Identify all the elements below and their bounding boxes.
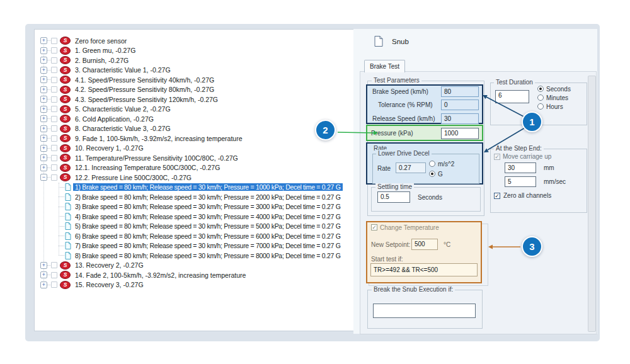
rate-unit-ms2-radio[interactable] <box>429 161 435 167</box>
tree-step-item[interactable]: +S14. Fade 2, 100-5km/h, -3.92m/s2, incr… <box>35 270 353 280</box>
tree-item-label[interactable]: 15. Recovery 3, -0.27G <box>73 281 146 288</box>
carriage-distance-field[interactable]: 30 <box>505 162 536 173</box>
tree-item-checkbox[interactable] <box>51 38 57 44</box>
tree-item-label[interactable]: 3. Characteristic Value 1, -0.27G <box>73 66 173 74</box>
expand-toggle-icon[interactable]: + <box>40 37 47 44</box>
settling-time-field[interactable]: 0.5 <box>377 191 410 203</box>
tree-item-checkbox[interactable] <box>51 145 57 151</box>
tree-item-label[interactable]: 4.1. Speed/Pressure Sensitivity 40km/h, … <box>73 76 216 84</box>
test-duration-field[interactable]: 6 <box>495 90 529 103</box>
tree-item-label[interactable]: 1) Brake speed = 80 km/h; Release speed … <box>73 183 343 191</box>
zero-channels-checkbox[interactable]: ✓ <box>494 193 500 199</box>
new-setpoint-field[interactable]: 500 <box>411 239 438 250</box>
tree-step-item[interactable]: +SZero force sensor <box>35 36 353 46</box>
expand-toggle-icon[interactable]: + <box>40 86 47 93</box>
tree-step-item[interactable]: +S8. Characteristic Value 3, -0.27G <box>35 124 353 134</box>
expand-toggle-icon[interactable]: + <box>40 135 47 142</box>
tree-item-checkbox[interactable] <box>51 57 57 64</box>
tab-brake-test[interactable]: Brake Test <box>364 60 405 72</box>
start-test-condition-field[interactable]: TR>=492 && TR<=500 <box>370 263 478 276</box>
tree-item-label[interactable]: 2) Brake speed = 80 km/h; Release speed … <box>73 193 343 201</box>
right-scroll-strip[interactable] <box>588 76 596 332</box>
carriage-speed-field[interactable]: 5 <box>505 176 536 187</box>
tree-item-label[interactable]: 5) Brake speed = 80 km/h; Release speed … <box>73 222 343 230</box>
tree-item-checkbox[interactable] <box>51 272 57 278</box>
tree-item-label[interactable]: 3) Brake speed = 80 km/h; Release speed … <box>73 203 343 210</box>
release-speed-field[interactable]: 30 <box>441 113 479 124</box>
brake-speed-field[interactable]: 80 <box>441 86 479 97</box>
tree-step-item[interactable]: +S12.1. Increasing Temperature 500C/300C… <box>35 163 353 173</box>
tree-item-label[interactable]: 4) Brake speed = 80 km/h; Release speed … <box>73 213 343 220</box>
tree-item-label[interactable]: 10. Recovery 1, -0.27G <box>73 144 146 152</box>
expand-toggle-icon[interactable]: − <box>40 174 47 181</box>
tree-item-label[interactable]: 8. Characteristic Value 3, -0.27G <box>73 125 173 132</box>
tree-item-label[interactable]: 4.3. Speed/Pressure Sensitivity 120km/h,… <box>73 96 220 103</box>
expand-toggle-icon[interactable]: + <box>40 282 47 288</box>
expand-toggle-icon[interactable]: + <box>40 115 47 122</box>
tree-item-label[interactable]: 1. Green mu, -0.27G <box>73 47 137 54</box>
tree-child-item[interactable]: 3) Brake speed = 80 km/h; Release speed … <box>35 202 353 212</box>
expand-toggle-icon[interactable]: + <box>40 164 47 171</box>
tree-item-checkbox[interactable] <box>51 67 57 73</box>
tree-item-label[interactable]: 2. Burnish, -0.27G <box>73 57 130 64</box>
expand-toggle-icon[interactable]: + <box>40 154 47 161</box>
tree-item-label[interactable]: 14. Fade 2, 100-5km/h, -3.92m/s2, increa… <box>73 271 248 279</box>
tree-step-item[interactable]: +S11. Temperature/Pressure Sensitivity 1… <box>35 153 353 163</box>
expand-toggle-icon[interactable]: + <box>40 145 47 152</box>
tree-child-item[interactable]: 6) Brake speed = 80 km/h; Release speed … <box>35 231 353 241</box>
tree-item-checkbox[interactable] <box>51 106 57 112</box>
tree-child-item[interactable]: 2) Brake speed = 80 km/h; Release speed … <box>35 192 353 202</box>
change-temperature-checkbox[interactable]: ✓ <box>371 224 377 230</box>
tree-item-label[interactable]: 6) Brake speed = 80 km/h; Release speed … <box>73 232 343 240</box>
tree-item-label[interactable]: Zero force sensor <box>73 37 129 45</box>
rate-field[interactable]: 0.27 <box>396 162 426 173</box>
expand-toggle-icon[interactable]: + <box>40 47 47 54</box>
tree-child-item[interactable]: 8) Brake speed = 80 km/h; Release speed … <box>35 251 353 261</box>
tree-child-item[interactable]: 4) Brake speed = 80 km/h; Release speed … <box>35 212 353 222</box>
tree-child-item[interactable]: 7) Brake speed = 80 km/h; Release speed … <box>35 241 353 251</box>
tree-item-checkbox[interactable] <box>51 47 57 54</box>
tree-step-item[interactable]: +S6. Cold Application, -0.27G <box>35 114 353 124</box>
duration-minutes-radio[interactable] <box>537 94 544 101</box>
expand-toggle-icon[interactable]: + <box>40 262 47 269</box>
tree-item-label[interactable]: 9. Fade 1, 100-5km/h, -3.92m/s2, increas… <box>73 135 244 142</box>
tree-item-checkbox[interactable] <box>51 116 57 122</box>
rate-unit-g-radio[interactable] <box>429 171 435 177</box>
pressure-field[interactable]: 1000 <box>441 128 479 139</box>
tree-item-checkbox[interactable] <box>51 155 57 161</box>
tree-step-item[interactable]: +S9. Fade 1, 100-5km/h, -3.92m/s2, incre… <box>35 134 353 144</box>
duration-hours-radio[interactable] <box>537 103 544 110</box>
tree-child-item[interactable]: 5) Brake speed = 80 km/h; Release speed … <box>35 222 353 232</box>
tree-item-checkbox[interactable] <box>51 135 57 142</box>
tree-item-label[interactable]: 7) Brake speed = 80 km/h; Release speed … <box>73 242 343 249</box>
expand-toggle-icon[interactable]: + <box>40 271 47 278</box>
tree-step-item[interactable]: +S4.2. Speed/Pressure Sensitivity 80km/h… <box>35 85 353 95</box>
tree-item-label[interactable]: 12.1. Increasing Temperature 500C/300C, … <box>73 164 222 171</box>
tree-item-label[interactable]: 5. Characteristic Value 2, -0.27G <box>73 105 173 113</box>
tree-step-item[interactable]: −S12.2. Pressure Line 500C/300C, -0.27G <box>35 173 353 183</box>
tree-item-checkbox[interactable] <box>51 86 57 93</box>
expand-toggle-icon[interactable]: + <box>40 67 47 74</box>
tree-item-label[interactable]: 8) Brake speed = 80 km/h; Release speed … <box>73 252 343 259</box>
break-execution-field[interactable] <box>373 304 476 318</box>
tree-item-label[interactable]: 4.2. Speed/Pressure Sensitivity 80km/h, … <box>73 86 216 93</box>
tree-step-item[interactable]: +S4.3. Speed/Pressure Sensitivity 120km/… <box>35 94 353 105</box>
duration-seconds-radio[interactable] <box>537 86 544 92</box>
expand-toggle-icon[interactable]: + <box>40 57 47 64</box>
tree-item-label[interactable]: 12.2. Pressure Line 500C/300C, -0.27G <box>73 174 193 181</box>
tree-step-item[interactable]: +S1. Green mu, -0.27G <box>35 46 353 56</box>
expand-toggle-icon[interactable]: + <box>40 125 47 132</box>
tree-item-checkbox[interactable] <box>51 282 57 288</box>
tree-item-checkbox[interactable] <box>51 96 57 103</box>
expand-toggle-icon[interactable]: + <box>40 76 47 83</box>
tree-item-label[interactable]: 13. Recovery 2, -0.27G <box>73 261 146 269</box>
expand-toggle-icon[interactable]: + <box>40 96 47 103</box>
tolerance-field[interactable]: 0 <box>441 100 479 110</box>
expand-toggle-icon[interactable]: + <box>40 106 47 113</box>
tree-item-checkbox[interactable] <box>51 77 57 83</box>
tree-item-checkbox[interactable] <box>51 174 57 181</box>
tree-step-item[interactable]: +S10. Recovery 1, -0.27G <box>35 144 353 154</box>
tree-step-item[interactable]: +S15. Recovery 3, -0.27G <box>35 280 353 290</box>
tree-step-item[interactable]: +S5. Characteristic Value 2, -0.27G <box>35 105 353 115</box>
tree-step-item[interactable]: +S4.1. Speed/Pressure Sensitivity 40km/h… <box>35 75 353 85</box>
